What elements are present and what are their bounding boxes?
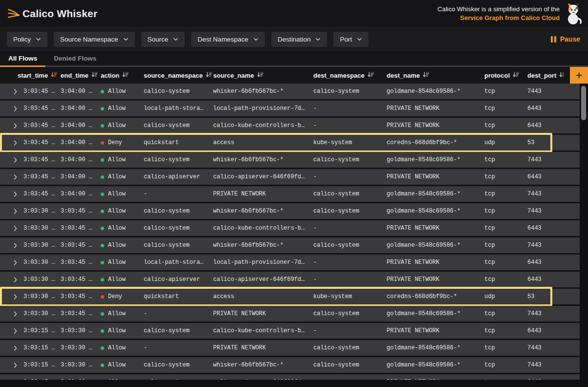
column-header-start-time[interactable]: start_time (14, 72, 61, 79)
column-header-dest-port[interactable]: dest_port (527, 72, 564, 79)
cell-source-namespace: calico-system (144, 362, 213, 368)
expand-chevron-icon[interactable] (14, 140, 23, 146)
cell-end-time: 3:04:00 … (61, 139, 101, 146)
cell-start-time: 3:03:15 … (23, 327, 61, 334)
table-row[interactable]: 3:03:45 … 3:04:00 … Allow calico-apiserv… (0, 169, 580, 185)
cell-source-name: access (213, 293, 313, 300)
expand-chevron-icon[interactable] (14, 209, 23, 214)
cell-dest-port: 7443 (527, 156, 580, 163)
cell-source-name: local-path-provisioner-7d… (213, 105, 313, 112)
expand-chevron-icon[interactable] (14, 123, 23, 129)
cell-source-name: PRIVATE NETWORK (213, 310, 313, 317)
table-row[interactable]: 3:03:45 … 3:04:00 … Deny quickstart acce… (0, 135, 580, 150)
table-row[interactable]: 3:03:30 … 3:03:45 … Allow calico-system … (0, 237, 580, 253)
chevron-down-icon (36, 38, 41, 41)
cell-dest-port: 6443 (527, 122, 580, 129)
expand-chevron-icon[interactable] (14, 243, 23, 248)
expand-chevron-icon[interactable] (14, 226, 23, 231)
cell-end-time: 3:03:45 … (61, 242, 101, 249)
table-row[interactable]: 3:03:15 … 3:03:30 … Allow calico-apiserv… (0, 374, 580, 380)
cell-dest-namespace: - (313, 225, 387, 232)
tab-denied-flows[interactable]: Denied Flows (45, 51, 105, 65)
cell-dest-port: 7443 (527, 208, 580, 215)
vertical-scrollbar-thumb[interactable] (581, 86, 586, 120)
cell-action: Allow (101, 344, 144, 351)
cell-dest-name: coredns-668d6bf9bc-* (387, 139, 484, 146)
column-header-dest-name[interactable]: dest_name (387, 72, 484, 79)
table-row[interactable]: 3:03:45 … 3:04:00 … Allow calico-system … (0, 118, 580, 133)
filter-source-dropdown[interactable]: Source (141, 32, 185, 47)
service-graph-link[interactable]: Service Graph from Calico Cloud (437, 14, 560, 22)
table-row[interactable]: 3:03:45 … 3:04:00 … Allow local-path-sto… (0, 101, 580, 116)
column-header-source-name[interactable]: source_name (213, 72, 313, 79)
cell-dest-namespace: - (313, 105, 387, 112)
expand-chevron-icon[interactable] (14, 89, 23, 94)
expand-chevron-icon[interactable] (14, 106, 23, 111)
column-header-end-time[interactable]: end_time (61, 72, 101, 79)
column-header-protocol[interactable]: protocol (484, 72, 527, 79)
cell-source-namespace: quickstart (144, 293, 213, 300)
filter-destination-dropdown[interactable]: Destination (271, 32, 327, 47)
cell-action: Allow (101, 362, 144, 368)
table-row[interactable]: 3:03:45 … 3:04:00 … Allow calico-system … (0, 84, 580, 99)
tab-all-flows[interactable]: All Flows (0, 51, 45, 65)
expand-chevron-icon[interactable] (14, 345, 23, 351)
cell-dest-port: 7443 (527, 242, 580, 249)
cell-dest-namespace: - (313, 122, 387, 129)
expand-chevron-icon[interactable] (14, 363, 23, 368)
expand-chevron-icon[interactable] (14, 380, 23, 380)
table-row[interactable]: 3:03:30 … 3:03:45 … Allow local-path-sto… (0, 255, 580, 270)
table-row[interactable]: 3:03:15 … 3:03:30 … Allow - PRIVATE NETW… (0, 340, 580, 356)
tab-bar: All Flows Denied Flows (0, 51, 588, 67)
chevron-down-icon (315, 38, 321, 41)
cell-end-time: 3:03:45 … (61, 293, 101, 300)
filter-policy-dropdown[interactable]: Policy (7, 32, 47, 47)
expand-chevron-icon[interactable] (14, 311, 23, 317)
cell-end-time: 3:04:00 … (61, 88, 101, 95)
table-row[interactable]: 3:03:15 … 3:03:30 … Allow calico-system … (0, 323, 580, 339)
tagline: Calico Whisker is a simplified version o… (437, 5, 560, 22)
column-header-source-namespace[interactable]: source_namespace (144, 72, 213, 79)
filter-port-dropdown[interactable]: Port (333, 32, 369, 47)
cell-dest-name: PRIVATE NETWORK (387, 173, 484, 180)
cell-start-time: 3:03:30 … (23, 242, 61, 249)
cell-protocol: tcp (484, 88, 527, 95)
expand-chevron-icon[interactable] (14, 294, 23, 300)
sort-icon (206, 72, 212, 79)
cell-source-namespace: calico-system (144, 156, 213, 163)
cell-dest-port: 6443 (527, 105, 580, 112)
table-row[interactable]: 3:03:30 … 3:03:45 … Allow - PRIVATE NETW… (0, 306, 580, 322)
add-column-button[interactable]: + (570, 67, 588, 84)
cell-end-time: 3:03:45 … (61, 225, 101, 232)
table-row[interactable]: 3:03:15 … 3:03:30 … Allow calico-system … (0, 357, 580, 373)
expand-chevron-icon[interactable] (14, 328, 23, 334)
table-row[interactable]: 3:03:30 … 3:03:45 … Allow calico-apiserv… (0, 272, 580, 287)
pause-button[interactable]: Pause (551, 35, 580, 43)
action-status-dot (101, 210, 104, 213)
cell-protocol: udp (484, 293, 527, 300)
cell-end-time: 3:04:00 … (61, 156, 101, 163)
cell-protocol: tcp (484, 242, 527, 249)
filter-dest-namespace-dropdown[interactable]: Dest Namespace (191, 32, 265, 47)
filter-label: Port (340, 36, 352, 43)
cell-start-time: 3:03:45 … (23, 156, 61, 163)
sort-icon (122, 72, 129, 79)
table-row[interactable]: 3:03:45 … 3:04:00 … Allow - PRIVATE NETW… (0, 186, 580, 202)
table-row[interactable]: 3:03:30 … 3:03:45 … Allow calico-system … (0, 203, 580, 219)
table-row[interactable]: 3:03:45 … 3:04:00 … Allow calico-system … (0, 152, 580, 168)
expand-chevron-icon[interactable] (14, 174, 23, 180)
cell-action: Allow (101, 276, 144, 283)
filter-source-namespace-dropdown[interactable]: Source Namespace (54, 32, 135, 47)
table-row[interactable]: 3:03:30 … 3:03:45 … Allow calico-system … (0, 220, 580, 236)
expand-chevron-icon[interactable] (14, 192, 23, 197)
cell-dest-namespace: kube-system (313, 293, 387, 300)
expand-chevron-icon[interactable] (14, 260, 23, 265)
column-header-dest-namespace[interactable]: dest_namespace (313, 72, 387, 79)
table-row[interactable]: 3:03:30 … 3:03:45 … Deny quickstart acce… (0, 289, 580, 304)
cell-dest-namespace: - (313, 327, 387, 334)
expand-chevron-icon[interactable] (14, 277, 23, 282)
expand-chevron-icon[interactable] (14, 157, 23, 163)
cell-dest-namespace: - (313, 379, 387, 380)
column-header-action[interactable]: action (101, 72, 144, 79)
cell-source-namespace: - (144, 310, 213, 317)
